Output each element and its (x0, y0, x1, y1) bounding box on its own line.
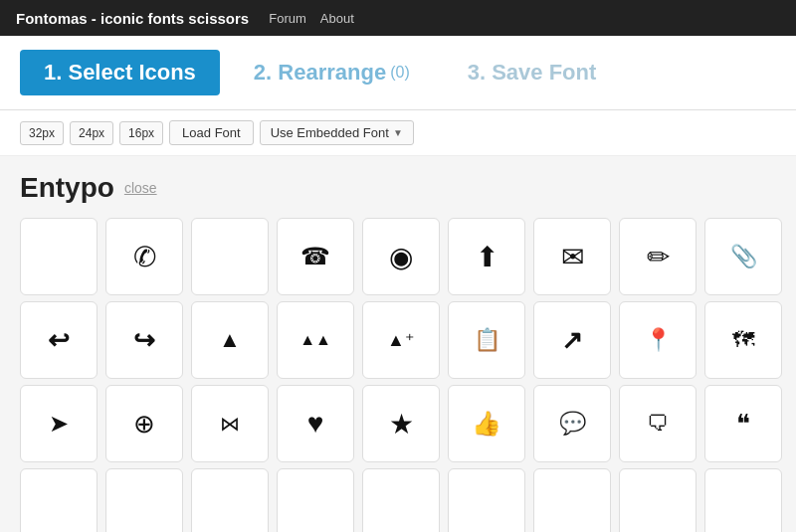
star-icon[interactable]: ★ (362, 385, 440, 462)
reply-all-icon[interactable]: ↩ (20, 301, 98, 379)
send-icon[interactable]: ➤ (20, 385, 98, 462)
font-name: Entypo (20, 172, 114, 204)
location-icon[interactable]: 📍 (619, 301, 696, 379)
quote-icon[interactable]: ❝ (704, 385, 782, 462)
navbar: Fontomas - iconic fonts scissors Forum A… (0, 0, 796, 36)
empty-r4-1[interactable] (20, 468, 98, 532)
empty-r4-7[interactable] (533, 468, 611, 532)
forward-icon[interactable]: ↪ (105, 301, 183, 379)
heart-icon[interactable]: ♥ (277, 385, 354, 462)
add-user-icon[interactable]: ▲⁺ (362, 301, 440, 379)
person-icon[interactable]: ▲ (191, 301, 269, 379)
people-icon[interactable]: ▲▲ (277, 301, 354, 379)
step-save-font[interactable]: 3. Save Font (444, 50, 621, 95)
mobile-icon[interactable]: ☎ (277, 218, 354, 295)
map-icon[interactable]: 🗺 (704, 301, 782, 379)
pencil-icon[interactable]: ✏ (619, 218, 696, 295)
step-select-icons[interactable]: 1. Select Icons (20, 50, 220, 95)
toolbar: 32px 24px 16px Load Font Use Embedded Fo… (0, 110, 796, 156)
paperclip-icon[interactable]: 📎 (704, 218, 782, 295)
embedded-dropdown-arrow: ▼ (393, 127, 403, 138)
export-icon[interactable]: ↗ (533, 301, 611, 379)
step-rearrange[interactable]: 2. Rearrange (0) (230, 50, 434, 95)
empty-r4-2[interactable] (105, 468, 183, 532)
email-icon[interactable]: ✉ (533, 218, 611, 295)
load-font-button[interactable]: Load Font (169, 120, 254, 145)
icon-grid: ✆☎◉⬆✉✏📎↩↪▲▲▲▲⁺📋↗📍🗺➤⊕⋈♥★👍💬🗨❝ (20, 218, 776, 532)
empty-r4-4[interactable] (277, 468, 354, 532)
content-area: Entypo close ✆☎◉⬆✉✏📎↩↪▲▲▲▲⁺📋↗📍🗺➤⊕⋈♥★👍💬🗨❝ (0, 156, 796, 532)
steps-bar: 1. Select Icons 2. Rearrange (0) 3. Save… (0, 36, 796, 110)
chat-icon[interactable]: 🗨 (619, 385, 696, 462)
empty-r4-5[interactable] (362, 468, 440, 532)
empty-r4-6[interactable] (448, 468, 525, 532)
empty-r4-3[interactable] (191, 468, 269, 532)
font-close-button[interactable]: close (124, 180, 157, 196)
font-section-header: Entypo close (20, 172, 776, 204)
nav-forum-link[interactable]: Forum (269, 11, 306, 26)
nav-about-link[interactable]: About (320, 11, 354, 26)
circle-plus-icon[interactable]: ⊕ (105, 385, 183, 462)
vcard-icon[interactable]: 📋 (448, 301, 525, 379)
size-32px-button[interactable]: 32px (20, 121, 64, 145)
mouse-icon[interactable]: ◉ (362, 218, 440, 295)
chat2-icon[interactable]: 💬 (533, 385, 611, 462)
thumbsup-icon[interactable]: 👍 (448, 385, 525, 462)
navbar-links: Forum About (269, 11, 354, 26)
signpost-icon[interactable]: ⬆ (448, 218, 525, 295)
empty-r4-9[interactable] (704, 468, 782, 532)
share-icon[interactable]: ⋈ (191, 385, 269, 462)
empty-cell[interactable] (20, 218, 98, 295)
navbar-brand: Fontomas - iconic fonts scissors (16, 10, 249, 27)
use-embedded-font-button[interactable]: Use Embedded Font ▼ (260, 120, 414, 145)
empty-cell-2[interactable] (191, 218, 269, 295)
empty-r4-8[interactable] (619, 468, 696, 532)
phone-icon[interactable]: ✆ (105, 218, 183, 295)
size-16px-button[interactable]: 16px (119, 121, 163, 145)
size-24px-button[interactable]: 24px (70, 121, 113, 145)
